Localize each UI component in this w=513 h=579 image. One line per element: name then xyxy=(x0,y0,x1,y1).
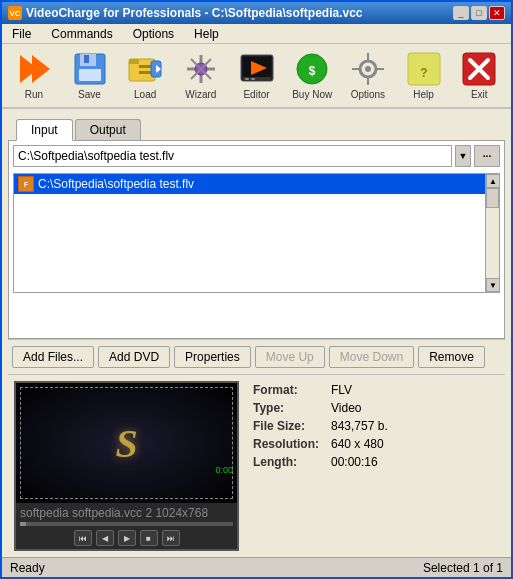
properties-button[interactable]: Properties xyxy=(174,346,251,368)
load-button[interactable]: Load xyxy=(119,48,171,103)
title-controls: _ □ ✕ xyxy=(453,6,505,20)
scroll-up-button[interactable]: ▲ xyxy=(486,174,500,188)
file-name: C:\Softpedia\softpedia test.flv xyxy=(38,177,194,191)
seek-bar[interactable] xyxy=(20,522,233,526)
video-time: 0:00 xyxy=(215,465,233,475)
scroll-thumb[interactable] xyxy=(486,188,499,208)
wizard-button[interactable]: Wizard xyxy=(175,48,227,103)
load-icon xyxy=(127,51,163,87)
load-label: Load xyxy=(134,89,156,100)
svg-rect-4 xyxy=(79,69,101,81)
scroll-track xyxy=(486,188,499,278)
path-input[interactable] xyxy=(13,145,452,167)
add-dvd-button[interactable]: Add DVD xyxy=(98,346,170,368)
filesize-row: File Size: 843,757 b. xyxy=(253,419,497,433)
file-list: F C:\Softpedia\softpedia test.flv xyxy=(14,174,485,292)
step-back-button[interactable]: ◀ xyxy=(96,530,114,546)
file-list-container: F C:\Softpedia\softpedia test.flv ▲ ▼ xyxy=(13,173,500,293)
info-panel: Format: FLV Type: Video File Size: 843,7… xyxy=(245,375,505,557)
video-logo: S xyxy=(115,420,137,467)
path-browse-button[interactable]: ··· xyxy=(474,145,500,167)
menu-options[interactable]: Options xyxy=(127,26,180,42)
video-preview: S 0:00 softpedia softpedia.vcc 2 1024x76… xyxy=(14,381,239,551)
tab-output[interactable]: Output xyxy=(75,119,141,140)
resolution-label: Resolution: xyxy=(253,437,323,451)
svg-rect-30 xyxy=(376,68,384,70)
scroll-down-button[interactable]: ▼ xyxy=(486,278,500,292)
type-label: Type: xyxy=(253,401,323,415)
save-button[interactable]: Save xyxy=(64,48,116,103)
title-bar: VC VideoCharge for Professionals - C:\So… xyxy=(2,2,511,24)
save-icon xyxy=(72,51,108,87)
add-files-button[interactable]: Add Files... xyxy=(12,346,94,368)
exit-button[interactable]: Exit xyxy=(453,48,505,103)
exit-label: Exit xyxy=(471,89,488,100)
maximize-button[interactable]: □ xyxy=(471,6,487,20)
seek-thumb[interactable] xyxy=(20,522,26,526)
run-button[interactable]: Run xyxy=(8,48,60,103)
skip-forward-button[interactable]: ⏭ xyxy=(162,530,180,546)
editor-icon xyxy=(239,51,275,87)
minimize-button[interactable]: _ xyxy=(453,6,469,20)
control-buttons: ⏮ ◀ ▶ ■ ⏭ xyxy=(20,530,233,546)
filesize-label: File Size: xyxy=(253,419,323,433)
list-item[interactable]: F C:\Softpedia\softpedia test.flv xyxy=(14,174,485,194)
buynow-label: Buy Now xyxy=(292,89,332,100)
app-icon: VC xyxy=(8,6,22,20)
video-controls: softpedia softpedia.vcc 2 1024x768 ⏮ ◀ ▶… xyxy=(16,503,237,549)
status-left: Ready xyxy=(10,561,45,575)
window-title: VideoCharge for Professionals - C:\Softp… xyxy=(26,6,363,20)
length-label: Length: xyxy=(253,455,323,469)
svg-rect-27 xyxy=(367,53,369,61)
svg-rect-21 xyxy=(245,78,249,80)
help-button[interactable]: ? Help xyxy=(398,48,450,103)
video-label: softpedia softpedia.vcc 2 1024x768 xyxy=(20,506,233,520)
move-down-button[interactable]: Move Down xyxy=(329,346,414,368)
wizard-icon xyxy=(183,51,219,87)
svg-marker-1 xyxy=(32,55,50,83)
tab-input[interactable]: Input xyxy=(16,119,73,141)
file-icon: F xyxy=(18,176,34,192)
format-value: FLV xyxy=(331,383,352,397)
run-icon xyxy=(16,51,52,87)
type-row: Type: Video xyxy=(253,401,497,415)
run-label: Run xyxy=(25,89,43,100)
close-button[interactable]: ✕ xyxy=(489,6,505,20)
wizard-label: Wizard xyxy=(185,89,216,100)
menu-help[interactable]: Help xyxy=(188,26,225,42)
format-label: Format: xyxy=(253,383,323,397)
svg-rect-7 xyxy=(129,59,139,64)
path-dropdown-button[interactable]: ▼ xyxy=(455,145,471,167)
svg-rect-28 xyxy=(367,77,369,85)
buynow-icon: $ xyxy=(294,51,330,87)
editor-label: Editor xyxy=(243,89,269,100)
help-label: Help xyxy=(413,89,434,100)
preview-area: S 0:00 softpedia softpedia.vcc 2 1024x76… xyxy=(8,374,505,557)
buynow-button[interactable]: $ Buy Now xyxy=(286,48,338,103)
svg-text:?: ? xyxy=(420,66,427,80)
scrollbar[interactable]: ▲ ▼ xyxy=(485,174,499,292)
menu-commands[interactable]: Commands xyxy=(45,26,118,42)
toolbar: Run Save xyxy=(2,44,511,109)
play-button[interactable]: ▶ xyxy=(118,530,136,546)
main-window: VC VideoCharge for Professionals - C:\So… xyxy=(0,0,513,579)
skip-back-button[interactable]: ⏮ xyxy=(74,530,92,546)
editor-button[interactable]: Editor xyxy=(231,48,283,103)
resolution-value: 640 x 480 xyxy=(331,437,384,451)
help-icon: ? xyxy=(406,51,442,87)
path-bar: ▼ ··· xyxy=(9,141,504,171)
resolution-row: Resolution: 640 x 480 xyxy=(253,437,497,451)
stop-button[interactable]: ■ xyxy=(140,530,158,546)
move-up-button[interactable]: Move Up xyxy=(255,346,325,368)
action-buttons-row: Add Files... Add DVD Properties Move Up … xyxy=(8,339,505,374)
type-value: Video xyxy=(331,401,361,415)
svg-point-26 xyxy=(365,66,371,72)
remove-button[interactable]: Remove xyxy=(418,346,485,368)
menu-file[interactable]: File xyxy=(6,26,37,42)
options-button[interactable]: Options xyxy=(342,48,394,103)
save-label: Save xyxy=(78,89,101,100)
length-value: 00:00:16 xyxy=(331,455,378,469)
options-icon xyxy=(350,51,386,87)
status-right: Selected 1 of 1 xyxy=(423,561,503,575)
svg-rect-29 xyxy=(352,68,360,70)
